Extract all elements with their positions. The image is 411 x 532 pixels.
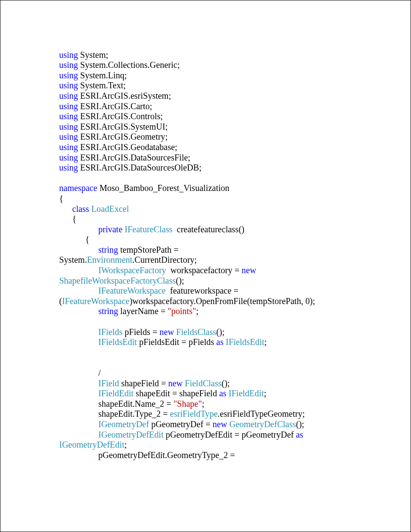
text: System.Text bbox=[80, 80, 123, 90]
text: (); bbox=[176, 276, 184, 285]
type: IFields bbox=[98, 327, 123, 337]
type: GeometryDefClass bbox=[229, 419, 296, 429]
text: ESRI.ArcGIS.DataSourcesOleDB bbox=[80, 163, 199, 172]
keyword: using bbox=[59, 80, 78, 90]
keyword: using bbox=[59, 70, 78, 80]
text: .esriFieldTypeGeometry; bbox=[218, 409, 305, 418]
document-page: using System; using System.Collections.G… bbox=[0, 0, 411, 532]
type: IFieldEdit bbox=[229, 388, 264, 398]
code-block: using System; using System.Collections.G… bbox=[59, 40, 354, 460]
text: System.Linq bbox=[80, 70, 124, 80]
type: IFeatureWorkspace bbox=[62, 296, 130, 306]
text: shapeEdit.Name_2 = bbox=[98, 399, 171, 408]
text: ; bbox=[196, 306, 199, 316]
keyword: as bbox=[219, 388, 227, 398]
type: IGeometryDefEdit bbox=[98, 430, 164, 439]
text: workspacefactory = bbox=[170, 265, 239, 275]
keyword: new bbox=[168, 378, 183, 388]
text: pFieldsEdit = pFields bbox=[139, 337, 214, 347]
text: ESRI.ArcGIS.Geometry bbox=[80, 132, 165, 141]
text: .CurrentDirectory; bbox=[132, 255, 197, 264]
keyword: using bbox=[59, 142, 78, 152]
text: ( bbox=[59, 296, 62, 306]
keyword: namespace bbox=[59, 183, 97, 193]
keyword: using bbox=[59, 60, 78, 70]
text: ESRI.ArcGIS.Carto bbox=[80, 101, 150, 111]
type: IFieldEdit bbox=[98, 388, 134, 398]
keyword: as bbox=[296, 430, 303, 439]
type: FieldsClass bbox=[176, 327, 216, 337]
text: pGeometryDefEdit.GeometryType_2 = bbox=[98, 450, 235, 460]
type: IField bbox=[98, 378, 119, 388]
text: pGeometryDefEdit = pGeometryDef bbox=[166, 430, 294, 439]
type: IGeometryDefEdit bbox=[59, 440, 124, 449]
text: (); bbox=[216, 327, 224, 337]
keyword: new bbox=[213, 419, 227, 429]
text: shapeField = bbox=[121, 378, 166, 388]
type: esriFieldType bbox=[170, 409, 218, 418]
keyword: using bbox=[59, 153, 78, 162]
keyword: using bbox=[59, 50, 78, 60]
type: LoadExcel bbox=[91, 204, 129, 214]
text: System.Collections.Generic bbox=[80, 60, 177, 70]
text: (); bbox=[296, 419, 304, 429]
type: IFieldsEdit bbox=[98, 337, 137, 347]
keyword: using bbox=[59, 122, 78, 131]
text: pFields = bbox=[125, 327, 157, 337]
text: createfeatureclass() bbox=[177, 224, 244, 234]
text: ; bbox=[124, 440, 127, 449]
text: tempStorePath = bbox=[120, 245, 179, 254]
text: ESRI.ArcGIS.SystemUI bbox=[80, 122, 165, 131]
text: shapeEdit = shapeField bbox=[136, 388, 217, 398]
text: ESRI.ArcGIS.Controls bbox=[80, 111, 160, 121]
text: ; bbox=[202, 399, 204, 408]
text: System bbox=[80, 50, 106, 60]
keyword: using bbox=[59, 91, 78, 100]
keyword: string bbox=[98, 245, 118, 254]
text: shapeEdit.Type_2 = bbox=[98, 409, 168, 418]
keyword: using bbox=[59, 132, 78, 141]
text: Moso_Bamboo_Forest_Visualization bbox=[100, 183, 230, 193]
type: FieldClass bbox=[185, 378, 221, 388]
text: )workspacefactory.OpenFromFile(tempStore… bbox=[130, 296, 315, 306]
type: ShapefileWorkspaceFactoryClass bbox=[59, 276, 176, 285]
type: IFeatureWorkspace bbox=[98, 286, 166, 295]
text: (); bbox=[222, 378, 230, 388]
text: featureworkspace = bbox=[170, 286, 238, 295]
keyword: private bbox=[98, 224, 123, 234]
text: ESRI.ArcGIS.DataSourcesFile bbox=[80, 153, 188, 162]
keyword: as bbox=[216, 337, 224, 347]
type: IFeatureClass bbox=[125, 224, 173, 234]
keyword: new bbox=[160, 327, 174, 337]
keyword: using bbox=[59, 111, 78, 121]
string-literal: "points" bbox=[168, 306, 196, 316]
keyword: using bbox=[59, 101, 78, 111]
text: ; bbox=[264, 388, 267, 398]
type: Environment bbox=[87, 255, 132, 264]
text: layerName = bbox=[120, 306, 166, 316]
keyword: using bbox=[59, 163, 78, 172]
type: IWorkspaceFactory bbox=[98, 265, 166, 275]
string-literal: "Shape" bbox=[174, 399, 202, 408]
text: ESRI.ArcGIS.Geodatabase bbox=[80, 142, 175, 152]
text: ; bbox=[264, 337, 267, 347]
text: pGeometryDef = bbox=[151, 419, 211, 429]
text: / bbox=[98, 368, 101, 378]
keyword: class bbox=[72, 204, 89, 214]
text: System. bbox=[59, 255, 87, 264]
keyword: string bbox=[98, 306, 118, 316]
type: IFieldsEdit bbox=[226, 337, 264, 347]
text: ESRI.ArcGIS.esriSystem bbox=[80, 91, 168, 100]
keyword: new bbox=[242, 265, 256, 275]
type: IGeometryDef bbox=[98, 419, 149, 429]
